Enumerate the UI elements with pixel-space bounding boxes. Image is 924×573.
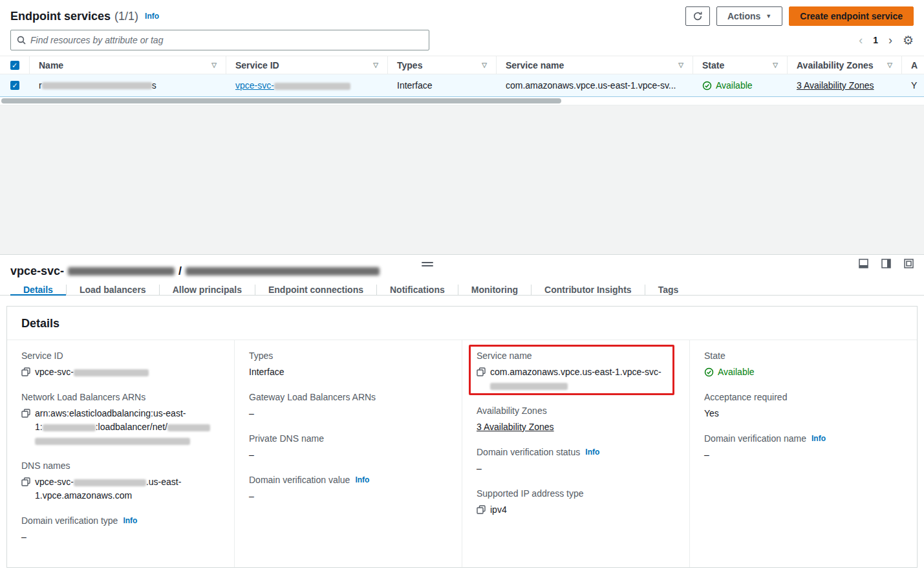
panel-side-layout-icon[interactable] [881,259,891,268]
field-state: State Available [704,351,903,379]
tab-endpoint-connections[interactable]: Endpoint connections [255,285,377,295]
row-checkbox[interactable]: ✓ [10,81,19,90]
field-gateway-load-balancers-arns: Gateway Load Balancers ARNs – [249,392,447,420]
settings-gear-icon[interactable]: ⚙ [903,34,914,47]
panel-bottom-layout-icon[interactable] [859,259,868,268]
select-all-checkbox[interactable]: ✓ [10,61,19,70]
cell-availability-zones: 3 Availability Zones [788,74,902,96]
create-endpoint-service-button[interactable]: Create endpoint service [789,6,914,26]
actions-button-label: Actions [727,11,760,21]
redacted-text [43,424,96,431]
filter-icon[interactable]: ▽ [368,61,378,69]
refresh-button[interactable] [685,6,710,26]
copy-icon[interactable] [21,367,30,376]
search-icon [17,36,26,45]
info-link[interactable]: Info [585,448,599,457]
cell-service-id: vpce-svc- [226,74,388,96]
redacted-text [186,267,380,276]
column-header-name: Name ▽ [30,56,226,74]
detail-pane: vpce-svc- / Details Load balancers Allow… [0,254,924,573]
redacted-text [68,267,175,276]
copy-icon[interactable] [21,477,30,486]
endpoint-services-table: ✓ Name ▽ Service ID ▽ Types ▽ Service na… [0,56,924,105]
tab-monitoring[interactable]: Monitoring [458,285,532,295]
create-button-label: Create endpoint service [800,11,903,21]
table-row[interactable]: ✓ r s vpce-svc- Interface com.amazonaws.… [0,74,924,97]
tab-load-balancers[interactable]: Load balancers [67,285,160,295]
page-title: Endpoint services [10,10,111,23]
info-link[interactable]: Info [355,475,369,484]
status-badge: Available [704,365,755,379]
cell-state: Available [693,74,788,96]
chevron-down-icon: ▼ [766,14,771,19]
current-page: 1 [873,35,878,45]
header-info-link[interactable]: Info [145,12,159,21]
cell-truncated: Y [902,74,924,96]
field-domain-verification-type: Domain verification type Info – [21,515,220,544]
availability-zones-link[interactable]: 3 Availability Zones [477,420,554,434]
next-page-icon[interactable]: › [888,34,892,46]
info-link[interactable]: Info [811,434,826,443]
split-panel-controls [0,255,924,263]
tab-details[interactable]: Details [10,285,67,295]
redacted-text [274,83,350,90]
field-dns-names: DNS names vpce-svc-.us-east- 1.vpce.amaz… [21,460,220,503]
tab-contributor-insights[interactable]: Contributor Insights [532,285,645,295]
field-private-dns-name: Private DNS name – [249,433,447,462]
column-header-availability-zones: Availability Zones ▽ [788,56,902,74]
details-column-2: Types Interface Gateway Load Balancers A… [235,340,462,567]
info-link[interactable]: Info [123,516,137,525]
status-badge: Available [702,80,753,91]
table-header-row: ✓ Name ▽ Service ID ▽ Types ▽ Service na… [0,56,924,74]
previous-page-icon[interactable]: ‹ [859,34,863,46]
filter-icon[interactable]: ▽ [206,61,217,69]
split-panel-drag-handle[interactable] [422,262,433,268]
copy-icon[interactable] [21,409,30,418]
field-network-load-balancers-arns: Network Load Balancers ARNs arn:aws:elas… [21,392,220,448]
column-header-truncated: A [902,56,924,74]
select-all-cell: ✓ [0,56,30,74]
service-id-link[interactable]: vpce-svc- [235,80,350,91]
redacted-text [167,424,210,431]
column-header-service-id: Service ID ▽ [226,56,388,74]
empty-area [0,105,924,254]
redacted-text [490,383,568,390]
field-supported-ip-address-type: Supported IP address type ipv4 [477,488,675,517]
redacted-text [74,479,146,486]
tab-tags[interactable]: Tags [645,285,692,295]
cell-service-name: com.amazonaws.vpce.us-east-1.vpce-sv... [497,74,693,96]
field-service-name: Service name com.amazonaws.vpce.us-east-… [477,351,675,393]
field-domain-verification-value: Domain verification value Info – [249,475,447,503]
tab-notifications[interactable]: Notifications [377,285,458,295]
tab-allow-principals[interactable]: Allow principals [160,285,255,295]
filter-icon[interactable]: ▽ [882,61,892,69]
filter-icon[interactable]: ▽ [673,61,683,69]
cell-types: Interface [388,74,497,96]
copy-icon[interactable] [477,505,486,514]
redacted-text [74,369,149,376]
actions-button[interactable]: Actions ▼ [716,6,782,26]
toolbar-actions: Actions ▼ Create endpoint service [685,6,914,26]
cell-name: r s [30,74,226,96]
horizontal-scrollbar [0,97,924,105]
details-column-3: Service name com.amazonaws.vpce.us-east-… [462,340,690,567]
panel-layout-icons [859,259,914,268]
redacted-text [42,82,152,89]
check-circle-icon [702,81,712,91]
field-acceptance-required: Acceptance required Yes [704,392,903,420]
details-card-title: Details [7,307,917,340]
result-count: (1/1) [114,10,138,23]
copy-icon[interactable] [477,367,486,376]
availability-zones-link[interactable]: 3 Availability Zones [797,80,874,91]
column-header-service-name: Service name ▽ [497,56,693,74]
filter-icon[interactable]: ▽ [477,61,487,69]
page-header: Endpoint services (1/1) Info Actions ▼ C… [0,0,924,28]
details-card: Details Service ID vpce-svc- [6,306,918,568]
search-input[interactable] [30,35,423,45]
search-box [10,30,429,50]
filter-icon[interactable]: ▽ [768,61,778,69]
endpoint-services-page: Endpoint services (1/1) Info Actions ▼ C… [0,0,924,573]
detail-title: vpce-svc- / [0,263,924,285]
panel-fullscreen-icon[interactable] [904,259,914,268]
horizontal-scrollbar-thumb[interactable] [1,98,561,103]
